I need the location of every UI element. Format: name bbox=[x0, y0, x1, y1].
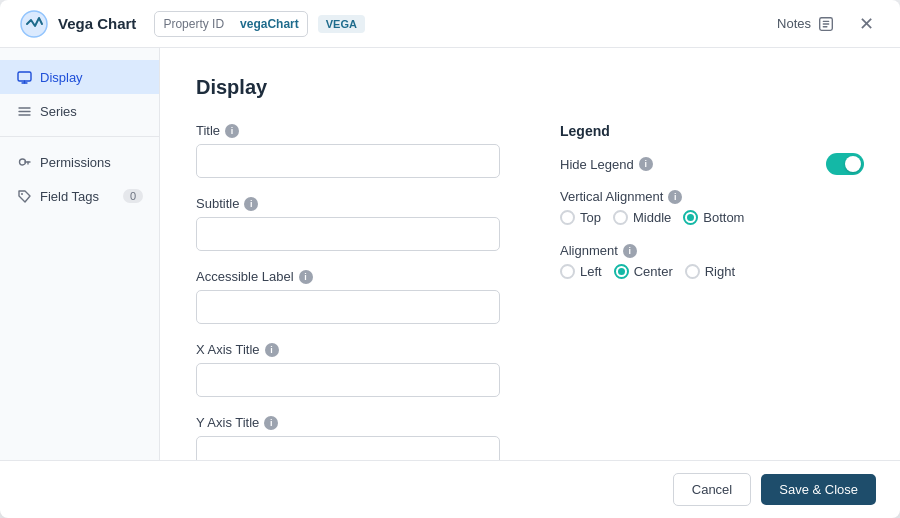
modal-header: Vega Chart Property ID vegaChart VEGA No… bbox=[0, 0, 900, 48]
notes-icon bbox=[817, 15, 835, 33]
svg-point-14 bbox=[21, 193, 23, 195]
cancel-button[interactable]: Cancel bbox=[673, 473, 751, 506]
hide-legend-toggle[interactable] bbox=[826, 153, 864, 175]
alignment-info-icon: i bbox=[623, 244, 637, 258]
main-content: Display Title i Subtitle i bbox=[160, 48, 900, 460]
sidebar-item-display[interactable]: Display bbox=[0, 60, 159, 94]
monitor-icon bbox=[16, 69, 32, 85]
vega-badge: VEGA bbox=[318, 15, 365, 33]
alignment-right[interactable]: Right bbox=[685, 264, 735, 279]
property-id-value: vegaChart bbox=[232, 17, 307, 31]
vertical-alignment-top[interactable]: Top bbox=[560, 210, 601, 225]
accessible-label-info-icon: i bbox=[299, 270, 313, 284]
y-axis-info-icon: i bbox=[264, 416, 278, 430]
vertical-alignment-info-icon: i bbox=[668, 190, 682, 204]
radio-left-circle bbox=[560, 264, 575, 279]
property-id-badge: Property ID vegaChart bbox=[154, 11, 307, 37]
modal-body: Display Series Permissions Field Tags bbox=[0, 48, 900, 460]
vertical-alignment-middle[interactable]: Middle bbox=[613, 210, 671, 225]
form-left: Title i Subtitle i A bbox=[196, 123, 500, 460]
alignment-label: Alignment i bbox=[560, 243, 864, 258]
hide-legend-info-icon: i bbox=[639, 157, 653, 171]
radio-middle-circle bbox=[613, 210, 628, 225]
sidebar-item-series[interactable]: Series bbox=[0, 94, 159, 128]
radio-center-circle bbox=[614, 264, 629, 279]
list-icon bbox=[16, 103, 32, 119]
sidebar-item-permissions[interactable]: Permissions bbox=[0, 145, 159, 179]
form-layout: Title i Subtitle i A bbox=[196, 123, 864, 460]
svg-rect-5 bbox=[18, 72, 31, 81]
vega-chart-logo bbox=[20, 10, 48, 38]
x-axis-title-input[interactable] bbox=[196, 363, 500, 397]
alignment-group: Alignment i Left Center bbox=[560, 243, 864, 279]
property-id-label: Property ID bbox=[155, 17, 232, 31]
y-axis-title-label: Y Axis Title i bbox=[196, 415, 500, 430]
accessible-label-group: Accessible Label i bbox=[196, 269, 500, 324]
save-close-button[interactable]: Save & Close bbox=[761, 474, 876, 505]
close-button[interactable]: ✕ bbox=[853, 11, 880, 37]
vertical-alignment-radio-group: Top Middle Bottom bbox=[560, 210, 864, 225]
x-axis-info-icon: i bbox=[265, 343, 279, 357]
alignment-left[interactable]: Left bbox=[560, 264, 602, 279]
vertical-alignment-label: Vertical Alignment i bbox=[560, 189, 864, 204]
alignment-radio-group: Left Center Right bbox=[560, 264, 864, 279]
form-right: Legend Hide Legend i Vertical Alignment bbox=[560, 123, 864, 460]
key-icon bbox=[16, 154, 32, 170]
modal-footer: Cancel Save & Close bbox=[0, 460, 900, 518]
x-axis-title-group: X Axis Title i bbox=[196, 342, 500, 397]
notes-button[interactable]: Notes bbox=[769, 11, 843, 37]
radio-bottom-circle bbox=[683, 210, 698, 225]
radio-right-circle bbox=[685, 264, 700, 279]
radio-top-circle bbox=[560, 210, 575, 225]
hide-legend-label: Hide Legend i bbox=[560, 157, 653, 172]
sidebar-item-permissions-label: Permissions bbox=[40, 155, 111, 170]
legend-section-title: Legend bbox=[560, 123, 864, 139]
sidebar-item-display-label: Display bbox=[40, 70, 83, 85]
hide-legend-toggle-thumb bbox=[845, 156, 861, 172]
x-axis-title-label: X Axis Title i bbox=[196, 342, 500, 357]
vertical-alignment-group: Vertical Alignment i Top Middle bbox=[560, 189, 864, 225]
tag-icon bbox=[16, 188, 32, 204]
sidebar-item-field-tags-label: Field Tags bbox=[40, 189, 99, 204]
sidebar-divider bbox=[0, 136, 159, 137]
accessible-label-input[interactable] bbox=[196, 290, 500, 324]
vertical-alignment-bottom[interactable]: Bottom bbox=[683, 210, 744, 225]
sidebar-item-series-label: Series bbox=[40, 104, 77, 119]
title-info-icon: i bbox=[225, 124, 239, 138]
title-group: Title i bbox=[196, 123, 500, 178]
y-axis-title-input[interactable] bbox=[196, 436, 500, 460]
field-tags-badge: 0 bbox=[123, 189, 143, 203]
hide-legend-row: Hide Legend i bbox=[560, 153, 864, 175]
title-label: Title i bbox=[196, 123, 500, 138]
y-axis-title-group: Y Axis Title i bbox=[196, 415, 500, 460]
subtitle-input[interactable] bbox=[196, 217, 500, 251]
subtitle-label: Subtitle i bbox=[196, 196, 500, 211]
modal-container: Vega Chart Property ID vegaChart VEGA No… bbox=[0, 0, 900, 518]
accessible-label-label: Accessible Label i bbox=[196, 269, 500, 284]
sidebar-item-field-tags[interactable]: Field Tags 0 bbox=[0, 179, 159, 213]
notes-label: Notes bbox=[777, 16, 811, 31]
subtitle-group: Subtitle i bbox=[196, 196, 500, 251]
subtitle-info-icon: i bbox=[244, 197, 258, 211]
section-title: Display bbox=[196, 76, 864, 99]
app-title: Vega Chart bbox=[58, 15, 136, 32]
title-input[interactable] bbox=[196, 144, 500, 178]
sidebar: Display Series Permissions Field Tags bbox=[0, 48, 160, 460]
alignment-center[interactable]: Center bbox=[614, 264, 673, 279]
